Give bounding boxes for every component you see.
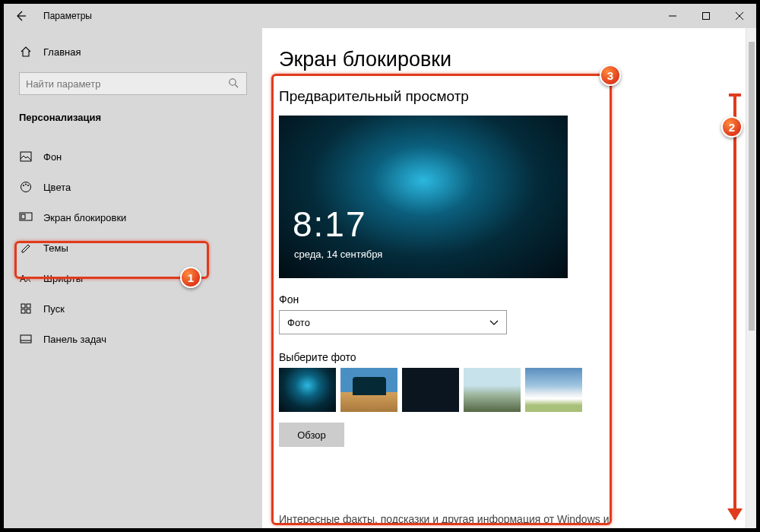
lockscreen-icon: [19, 211, 33, 224]
sidebar-item-colors[interactable]: Цвета: [4, 172, 262, 202]
thumbnail-4[interactable]: [464, 368, 521, 412]
close-button[interactable]: [723, 4, 756, 28]
thumbnail-2[interactable]: [340, 368, 397, 412]
svg-point-8: [23, 185, 24, 186]
sidebar-item-themes[interactable]: Темы: [4, 233, 262, 263]
sidebar-item-label: Фон: [43, 151, 62, 163]
taskbar-icon: [19, 332, 33, 346]
browse-button[interactable]: Обзор: [279, 423, 344, 447]
svg-rect-1: [703, 13, 710, 20]
sidebar: Главная Персонализация Фон Цвета Экран б…: [4, 28, 262, 528]
sidebar-item-lockscreen[interactable]: Экран блокировки: [4, 202, 262, 233]
sidebar-item-start[interactable]: Пуск: [4, 293, 262, 324]
svg-rect-19: [21, 335, 31, 343]
sidebar-item-label: Пуск: [43, 303, 65, 315]
chevron-down-icon: [489, 317, 499, 328]
sidebar-home-label: Главная: [43, 46, 81, 58]
sidebar-item-background[interactable]: Фон: [4, 141, 262, 172]
search-box[interactable]: [19, 72, 247, 95]
annotation-badge-3: 3: [600, 65, 621, 86]
preview-heading: Предварительный просмотр: [279, 88, 739, 105]
sidebar-item-fonts[interactable]: AA Шрифты: [4, 263, 262, 293]
svg-point-9: [25, 184, 27, 185]
back-button[interactable]: [4, 4, 37, 28]
background-dropdown[interactable]: Фото: [279, 310, 507, 334]
window-title: Параметры: [43, 11, 92, 21]
start-icon: [19, 302, 33, 315]
annotation-badge-2: 2: [721, 116, 743, 138]
minimize-button[interactable]: [656, 4, 689, 28]
themes-icon: [19, 241, 33, 255]
svg-rect-16: [27, 304, 30, 308]
thumbnail-5[interactable]: [525, 368, 582, 412]
sidebar-item-label: Экран блокировки: [43, 212, 126, 223]
thumbnail-1[interactable]: [279, 368, 336, 412]
background-label: Фон: [279, 293, 739, 306]
palette-icon: [19, 180, 33, 194]
scrollbar-thumb[interactable]: [749, 42, 755, 331]
home-icon: [19, 45, 33, 59]
search-icon: [228, 78, 240, 90]
sidebar-section-header: Персонализация: [4, 112, 262, 123]
thumbnail-3[interactable]: [402, 368, 459, 412]
svg-point-7: [21, 182, 31, 192]
sidebar-home[interactable]: Главная: [4, 39, 262, 65]
lockscreen-preview: 8:17 среда, 14 сентября: [279, 116, 568, 278]
sidebar-item-taskbar[interactable]: Панель задач: [4, 324, 262, 354]
svg-text:A: A: [20, 274, 26, 283]
sidebar-item-label: Панель задач: [43, 334, 106, 345]
picture-icon: [19, 150, 33, 163]
svg-rect-17: [21, 309, 25, 313]
svg-line-5: [235, 84, 238, 87]
svg-point-4: [230, 79, 236, 85]
titlebar: Параметры: [4, 4, 756, 28]
scrollbar[interactable]: [746, 28, 756, 528]
search-input[interactable]: [26, 78, 228, 90]
svg-rect-15: [21, 304, 25, 308]
choose-photo-label: Выберите фото: [279, 351, 739, 363]
annotation-badge-1: 1: [180, 267, 201, 288]
svg-text:A: A: [26, 276, 30, 283]
page-title: Экран блокировки: [279, 48, 739, 71]
svg-rect-18: [27, 309, 30, 313]
svg-point-10: [27, 185, 29, 186]
preview-time: 8:17: [293, 204, 367, 245]
thumbnail-row: [279, 368, 739, 412]
preview-date: среда, 14 сентября: [294, 249, 382, 260]
background-dropdown-value: Фото: [287, 317, 310, 328]
sidebar-item-label: Темы: [43, 242, 68, 254]
content-area: Экран блокировки Предварительный просмот…: [262, 28, 756, 528]
maximize-button[interactable]: [689, 4, 723, 28]
sidebar-item-label: Шрифты: [43, 273, 83, 284]
cutoff-text: Интересные факты, подсказки и другая инф…: [279, 513, 609, 525]
svg-rect-12: [21, 214, 25, 219]
fonts-icon: AA: [19, 271, 33, 285]
sidebar-item-label: Цвета: [43, 182, 71, 193]
svg-rect-6: [21, 152, 31, 161]
